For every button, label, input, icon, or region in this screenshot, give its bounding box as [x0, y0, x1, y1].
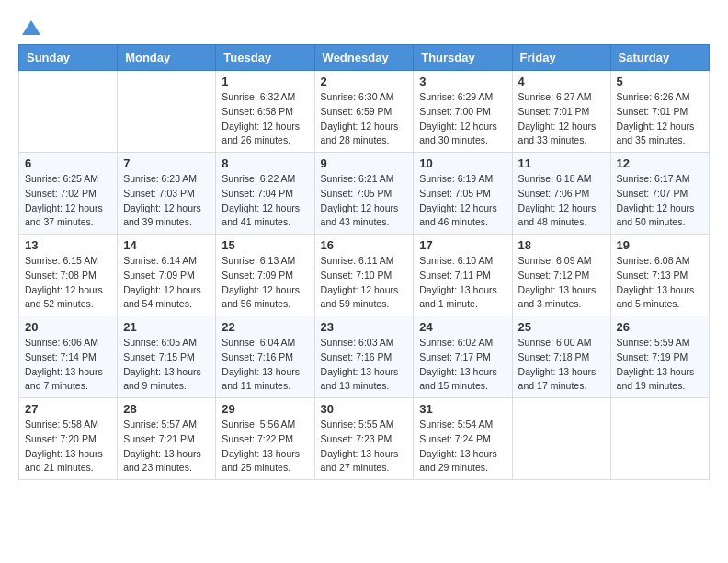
day-info: Sunrise: 6:10 AMSunset: 7:11 PMDaylight:… [419, 254, 506, 312]
calendar-day-header: Friday [512, 45, 610, 71]
calendar-cell: 18Sunrise: 6:09 AMSunset: 7:12 PMDayligh… [512, 235, 610, 316]
calendar-cell [19, 71, 118, 153]
calendar-week-row: 27Sunrise: 5:58 AMSunset: 7:20 PMDayligh… [19, 398, 710, 480]
day-info: Sunrise: 6:32 AMSunset: 6:58 PMDaylight:… [222, 90, 308, 148]
day-number: 14 [123, 238, 210, 252]
day-number: 23 [321, 320, 408, 334]
day-info: Sunrise: 6:04 AMSunset: 7:16 PMDaylight:… [222, 336, 308, 394]
day-number: 24 [419, 320, 506, 334]
day-info: Sunrise: 5:54 AMSunset: 7:24 PMDaylight:… [419, 418, 506, 476]
calendar-cell: 10Sunrise: 6:19 AMSunset: 7:05 PMDayligh… [414, 153, 512, 235]
calendar-cell: 12Sunrise: 6:17 AMSunset: 7:07 PMDayligh… [610, 153, 709, 235]
calendar-day-header: Tuesday [216, 45, 314, 71]
day-info: Sunrise: 5:59 AMSunset: 7:19 PMDaylight:… [617, 336, 703, 394]
calendar-cell: 19Sunrise: 6:08 AMSunset: 7:13 PMDayligh… [610, 235, 709, 316]
calendar-cell: 31Sunrise: 5:54 AMSunset: 7:24 PMDayligh… [414, 398, 512, 480]
day-number: 3 [419, 75, 506, 88]
calendar-cell: 1Sunrise: 6:32 AMSunset: 6:58 PMDaylight… [216, 71, 314, 153]
day-info: Sunrise: 6:09 AMSunset: 7:12 PMDaylight:… [518, 254, 605, 312]
day-info: Sunrise: 6:23 AMSunset: 7:03 PMDaylight:… [123, 172, 210, 230]
calendar-cell: 20Sunrise: 6:06 AMSunset: 7:14 PMDayligh… [19, 316, 118, 398]
day-info: Sunrise: 6:19 AMSunset: 7:05 PMDaylight:… [419, 172, 506, 230]
day-number: 1 [222, 75, 308, 88]
day-info: Sunrise: 5:57 AMSunset: 7:21 PMDaylight:… [123, 418, 210, 476]
day-number: 8 [222, 156, 308, 170]
calendar-cell: 13Sunrise: 6:15 AMSunset: 7:08 PMDayligh… [19, 235, 118, 316]
calendar-cell: 14Sunrise: 6:14 AMSunset: 7:09 PMDayligh… [118, 235, 216, 316]
day-number: 20 [25, 320, 111, 334]
calendar-cell: 24Sunrise: 6:02 AMSunset: 7:17 PMDayligh… [414, 316, 512, 398]
calendar-week-row: 20Sunrise: 6:06 AMSunset: 7:14 PMDayligh… [19, 316, 710, 398]
day-info: Sunrise: 6:13 AMSunset: 7:09 PMDaylight:… [222, 254, 308, 312]
logo [18, 18, 42, 35]
day-info: Sunrise: 5:55 AMSunset: 7:23 PMDaylight:… [321, 418, 408, 476]
day-number: 17 [419, 238, 506, 252]
day-number: 31 [419, 402, 506, 416]
day-info: Sunrise: 5:56 AMSunset: 7:22 PMDaylight:… [222, 418, 308, 476]
calendar-cell: 27Sunrise: 5:58 AMSunset: 7:20 PMDayligh… [19, 398, 118, 480]
day-info: Sunrise: 6:02 AMSunset: 7:17 PMDaylight:… [419, 336, 506, 394]
calendar-cell: 17Sunrise: 6:10 AMSunset: 7:11 PMDayligh… [414, 235, 512, 316]
day-number: 26 [617, 320, 703, 334]
calendar-cell: 2Sunrise: 6:30 AMSunset: 6:59 PMDaylight… [314, 71, 414, 153]
day-info: Sunrise: 6:22 AMSunset: 7:04 PMDaylight:… [222, 172, 308, 230]
day-number: 19 [617, 238, 703, 252]
day-number: 21 [123, 320, 210, 334]
day-number: 16 [321, 238, 408, 252]
day-number: 2 [321, 75, 408, 88]
calendar-cell: 8Sunrise: 6:22 AMSunset: 7:04 PMDaylight… [216, 153, 314, 235]
day-info: Sunrise: 6:25 AMSunset: 7:02 PMDaylight:… [25, 172, 111, 230]
calendar-week-row: 13Sunrise: 6:15 AMSunset: 7:08 PMDayligh… [19, 235, 710, 316]
day-info: Sunrise: 6:29 AMSunset: 7:00 PMDaylight:… [419, 90, 506, 148]
calendar-cell: 3Sunrise: 6:29 AMSunset: 7:00 PMDaylight… [414, 71, 512, 153]
calendar-cell: 25Sunrise: 6:00 AMSunset: 7:18 PMDayligh… [512, 316, 610, 398]
calendar-cell: 29Sunrise: 5:56 AMSunset: 7:22 PMDayligh… [216, 398, 314, 480]
calendar-day-header: Saturday [610, 45, 709, 71]
day-info: Sunrise: 6:18 AMSunset: 7:06 PMDaylight:… [518, 172, 605, 230]
calendar-day-header: Monday [118, 45, 216, 71]
calendar-cell: 23Sunrise: 6:03 AMSunset: 7:16 PMDayligh… [314, 316, 414, 398]
day-info: Sunrise: 6:00 AMSunset: 7:18 PMDaylight:… [518, 336, 605, 394]
day-info: Sunrise: 6:11 AMSunset: 7:10 PMDaylight:… [321, 254, 408, 312]
calendar-cell [610, 398, 709, 480]
day-info: Sunrise: 6:21 AMSunset: 7:05 PMDaylight:… [321, 172, 408, 230]
day-number: 7 [123, 156, 210, 170]
calendar-day-header: Wednesday [314, 45, 414, 71]
day-info: Sunrise: 6:03 AMSunset: 7:16 PMDaylight:… [321, 336, 408, 394]
day-number: 18 [518, 238, 605, 252]
calendar-cell: 9Sunrise: 6:21 AMSunset: 7:05 PMDaylight… [314, 153, 414, 235]
calendar-cell: 21Sunrise: 6:05 AMSunset: 7:15 PMDayligh… [118, 316, 216, 398]
calendar-cell: 5Sunrise: 6:26 AMSunset: 7:01 PMDaylight… [610, 71, 709, 153]
day-info: Sunrise: 6:27 AMSunset: 7:01 PMDaylight:… [518, 90, 605, 148]
day-info: Sunrise: 5:58 AMSunset: 7:20 PMDaylight:… [25, 418, 111, 476]
calendar-cell: 6Sunrise: 6:25 AMSunset: 7:02 PMDaylight… [19, 153, 118, 235]
day-number: 28 [123, 402, 210, 416]
day-number: 25 [518, 320, 605, 334]
day-number: 10 [419, 156, 506, 170]
calendar-table: SundayMondayTuesdayWednesdayThursdayFrid… [18, 44, 710, 480]
logo-icon [20, 18, 42, 40]
day-info: Sunrise: 6:15 AMSunset: 7:08 PMDaylight:… [25, 254, 111, 312]
calendar-day-header: Thursday [414, 45, 512, 71]
calendar-cell: 7Sunrise: 6:23 AMSunset: 7:03 PMDaylight… [118, 153, 216, 235]
day-info: Sunrise: 6:14 AMSunset: 7:09 PMDaylight:… [123, 254, 210, 312]
calendar-week-row: 6Sunrise: 6:25 AMSunset: 7:02 PMDaylight… [19, 153, 710, 235]
calendar-cell: 15Sunrise: 6:13 AMSunset: 7:09 PMDayligh… [216, 235, 314, 316]
day-info: Sunrise: 6:26 AMSunset: 7:01 PMDaylight:… [617, 90, 703, 148]
calendar-week-row: 1Sunrise: 6:32 AMSunset: 6:58 PMDaylight… [19, 71, 710, 153]
calendar-cell: 28Sunrise: 5:57 AMSunset: 7:21 PMDayligh… [118, 398, 216, 480]
day-number: 4 [518, 75, 605, 88]
day-number: 22 [222, 320, 308, 334]
calendar-cell [512, 398, 610, 480]
day-number: 12 [617, 156, 703, 170]
day-number: 6 [25, 156, 111, 170]
calendar-cell [118, 71, 216, 153]
day-number: 9 [321, 156, 408, 170]
calendar-cell: 4Sunrise: 6:27 AMSunset: 7:01 PMDaylight… [512, 71, 610, 153]
calendar-cell: 26Sunrise: 5:59 AMSunset: 7:19 PMDayligh… [610, 316, 709, 398]
day-number: 15 [222, 238, 308, 252]
day-number: 5 [617, 75, 703, 88]
calendar-cell: 22Sunrise: 6:04 AMSunset: 7:16 PMDayligh… [216, 316, 314, 398]
day-info: Sunrise: 6:05 AMSunset: 7:15 PMDaylight:… [123, 336, 210, 394]
day-number: 27 [25, 402, 111, 416]
